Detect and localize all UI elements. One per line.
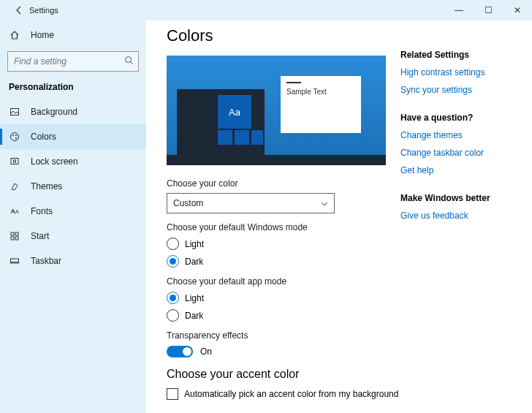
right-panel: Related Settings High contrast settings …: [400, 26, 517, 413]
radio-label: Light: [185, 239, 204, 249]
themes-icon: [9, 181, 20, 192]
transparency-toggle[interactable]: [167, 346, 193, 357]
sidebar-item-label: Taskbar: [31, 256, 61, 266]
preview-sample-text: Sample Text: [286, 88, 361, 96]
radio-label: Light: [185, 293, 204, 303]
home-icon: [9, 29, 20, 41]
preview-aa-tile: Aa: [218, 95, 251, 129]
link-get-help[interactable]: Get help: [400, 165, 517, 175]
colors-icon: [9, 131, 20, 143]
sidebar-item-lock-screen[interactable]: Lock screen: [0, 149, 146, 174]
svg-rect-11: [11, 237, 14, 240]
preview-tile: [251, 130, 263, 145]
auto-accent-label: Automatically pick an accent color from …: [184, 389, 398, 399]
svg-rect-12: [15, 237, 18, 240]
sidebar-item-taskbar[interactable]: Taskbar: [0, 249, 146, 273]
sidebar-item-background[interactable]: Background: [0, 99, 146, 124]
search-box[interactable]: [7, 51, 139, 72]
preview-tile: [218, 130, 232, 145]
svg-rect-10: [15, 232, 18, 235]
preview-taskbar: [167, 155, 386, 165]
maximize-button[interactable]: ☐: [474, 0, 503, 20]
svg-point-0: [126, 57, 132, 63]
windows-mode-label: Choose your default Windows mode: [167, 222, 400, 232]
transparency-state: On: [200, 346, 212, 357]
transparency-label: Transparency effects: [167, 330, 400, 341]
app-mode-dark[interactable]: Dark: [167, 309, 400, 322]
sidebar-item-label: Colors: [31, 132, 56, 142]
link-change-themes[interactable]: Change themes: [400, 130, 517, 140]
lock-screen-icon: [9, 156, 20, 167]
svg-rect-8: [14, 160, 16, 162]
start-icon: [9, 230, 20, 242]
app-mode-label: Choose your default app mode: [167, 276, 400, 287]
svg-point-6: [15, 137, 17, 139]
sidebar-item-label: Background: [31, 107, 77, 117]
link-sync-settings[interactable]: Sync your settings: [400, 85, 517, 95]
have-question-heading: Have a question?: [400, 113, 517, 123]
close-icon: ✕: [514, 5, 521, 15]
page-title: Colors: [167, 26, 400, 45]
windows-mode-dark[interactable]: Dark: [167, 255, 400, 268]
sidebar-item-label: Start: [31, 231, 49, 241]
feedback-heading: Make Windows better: [400, 193, 517, 203]
choose-color-label: Choose your color: [167, 178, 400, 189]
sidebar-section-title: Personalization: [0, 79, 146, 99]
sidebar-item-label: Themes: [31, 181, 62, 192]
app-mode-light[interactable]: Light: [167, 292, 400, 304]
color-mode-select[interactable]: Custom: [167, 193, 335, 213]
radio-icon: [167, 238, 179, 250]
background-icon: [9, 106, 20, 118]
sidebar-item-fonts[interactable]: AA Fonts: [0, 199, 146, 224]
link-give-feedback[interactable]: Give us feedback: [400, 211, 517, 221]
search-icon: [124, 56, 134, 67]
svg-rect-13: [11, 259, 19, 263]
window-title: Settings: [29, 6, 444, 15]
svg-rect-2: [11, 109, 19, 115]
preview-tile: [235, 130, 249, 145]
radio-icon: [167, 292, 179, 304]
sidebar: Home Personalization Background Colors L…: [0, 20, 146, 413]
search-input[interactable]: [14, 56, 124, 67]
nav-home-label: Home: [31, 30, 54, 40]
svg-rect-7: [11, 159, 18, 164]
svg-point-3: [11, 133, 19, 141]
titlebar: Settings — ☐ ✕: [0, 0, 532, 20]
chevron-down-icon: [321, 198, 328, 208]
link-high-contrast[interactable]: High contrast settings: [400, 67, 517, 77]
sidebar-item-label: Lock screen: [31, 156, 78, 167]
auto-accent-checkbox-row[interactable]: Automatically pick an accent color from …: [167, 388, 400, 400]
sidebar-item-themes[interactable]: Themes: [0, 174, 146, 199]
main-content: Colors Aa Sample Text Choose your color …: [167, 26, 400, 413]
sidebar-item-colors[interactable]: Colors: [0, 124, 146, 149]
minimize-button[interactable]: —: [444, 0, 474, 20]
svg-rect-9: [11, 232, 14, 235]
close-button[interactable]: ✕: [503, 0, 532, 20]
radio-icon: [167, 309, 179, 322]
link-change-taskbar-color[interactable]: Change taskbar color: [400, 148, 517, 158]
radio-label: Dark: [185, 257, 203, 267]
checkbox-icon: [167, 388, 178, 400]
preview-window: Sample Text: [281, 76, 361, 133]
sidebar-item-label: Fonts: [31, 206, 53, 216]
svg-line-1: [131, 62, 134, 65]
accent-heading: Choose your accent color: [167, 368, 400, 381]
radio-label: Dark: [185, 311, 203, 321]
sidebar-item-start[interactable]: Start: [0, 224, 146, 249]
color-mode-value: Custom: [173, 198, 203, 208]
nav-home[interactable]: Home: [0, 23, 146, 47]
back-button[interactable]: [9, 0, 29, 20]
svg-point-5: [15, 134, 17, 136]
radio-icon: [167, 255, 179, 268]
back-icon: [15, 6, 23, 15]
windows-mode-light[interactable]: Light: [167, 238, 400, 250]
minimize-icon: —: [455, 5, 463, 15]
maximize-icon: ☐: [484, 5, 493, 15]
fonts-icon: AA: [9, 205, 20, 217]
color-preview: Aa Sample Text: [167, 56, 386, 165]
related-settings-heading: Related Settings: [400, 50, 517, 60]
taskbar-icon: [9, 255, 20, 267]
svg-point-4: [12, 134, 14, 136]
